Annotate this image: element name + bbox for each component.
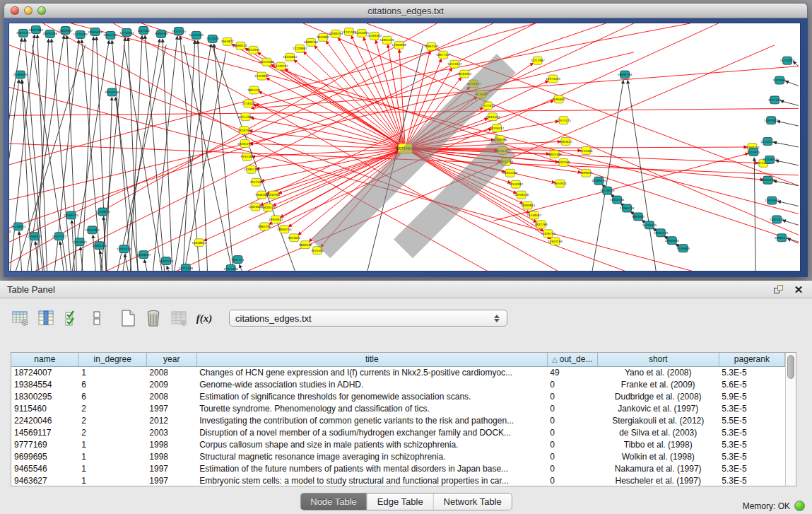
cell-in_degree: 6 <box>78 378 146 390</box>
table-row[interactable]: 911546021997Tourette syndrome. Phenomeno… <box>11 402 785 414</box>
tab-edge-table[interactable]: Edge Table <box>367 493 434 510</box>
cell-in_degree: 1 <box>78 474 146 486</box>
close-icon: ✕ <box>794 284 804 295</box>
cell-name: 9699695 <box>11 450 78 462</box>
cell-title: Tourette syndrome. Phenomenology and cla… <box>196 402 547 414</box>
cell-in_degree: 2 <box>78 402 146 414</box>
cell-pagerank: 5.3E-5 <box>719 402 784 414</box>
cell-year: 2012 <box>146 414 196 426</box>
collapse-panel-arrow-icon[interactable] <box>1 233 8 240</box>
column-header-name[interactable]: name <box>11 353 78 366</box>
cell-year: 1998 <box>146 450 196 462</box>
column-header-in_degree[interactable]: in_degree <box>78 353 146 366</box>
table-row[interactable]: 1830029562008Estimation of significance … <box>11 390 785 402</box>
cell-title: Estimation of significance thresholds fo… <box>196 390 547 402</box>
resize-grip[interactable] <box>8 22 799 269</box>
cell-in_degree: 2 <box>78 426 146 438</box>
table-row[interactable]: 1872400712008Changes of HCN gene express… <box>11 366 785 378</box>
new-column-button[interactable] <box>117 308 139 328</box>
cell-pagerank: 5.3E-5 <box>719 366 784 378</box>
cell-title: Structural magnetic resonance image aver… <box>196 450 547 462</box>
tab-node-table[interactable]: Node Table <box>300 493 367 510</box>
cell-out_degree: 0 <box>547 438 597 450</box>
cell-short: Jankovic et al. (1997) <box>597 402 719 414</box>
cell-name: 18300295 <box>11 390 78 402</box>
cell-name: 9463627 <box>11 474 78 486</box>
cell-pagerank: 5.5E-5 <box>719 414 784 426</box>
table-select-dropdown[interactable]: citations_edges.txt <box>229 310 507 327</box>
window-titlebar[interactable]: citations_edges.txt <box>4 3 808 18</box>
delete-table-button[interactable] <box>168 308 189 328</box>
column-header-year[interactable]: year <box>146 353 196 366</box>
column-header-short[interactable]: short <box>597 353 719 366</box>
cell-out_degree: 0 <box>547 474 597 486</box>
table-panel-title: Table Panel <box>7 284 55 295</box>
tab-network-table[interactable]: Network Table <box>434 493 512 510</box>
table-select-value: citations_edges.txt <box>235 313 494 324</box>
column-header-title[interactable]: title <box>196 353 547 366</box>
cell-out_degree: 0 <box>547 390 597 402</box>
node-table-container: namein_degreeyeartitle△out_de...shortpag… <box>11 352 796 486</box>
cell-name: 9465546 <box>11 462 78 474</box>
cell-short: Nakamura et al. (1997) <box>597 462 719 474</box>
memory-status-indicator[interactable] <box>794 501 805 511</box>
table-gear-icon <box>11 310 30 327</box>
dropdown-stepper-icon <box>494 312 500 325</box>
cell-title: Genome-wide association studies in ADHD. <box>196 378 547 390</box>
cell-short: Tibbo et al. (1998) <box>597 438 719 450</box>
deselect-all-button[interactable] <box>86 308 107 328</box>
cell-title: Embryonic stem cells: a model to study s… <box>196 474 547 486</box>
column-header-out_degree[interactable]: △out_de... <box>547 353 597 366</box>
table-scrollbar[interactable] <box>785 353 796 486</box>
cell-name: 9777169 <box>11 438 78 450</box>
select-all-button[interactable] <box>61 308 82 328</box>
node-table[interactable]: namein_degreeyeartitle△out_de...shortpag… <box>11 353 785 486</box>
cell-out_degree: 0 <box>547 414 597 426</box>
table-row[interactable]: 2242004622012Investigating the contribut… <box>11 414 785 426</box>
close-panel-button[interactable]: ✕ <box>792 284 805 295</box>
checkmarks-icon <box>64 310 79 327</box>
cell-name: 18724007 <box>11 366 78 378</box>
table-tab-bar: Node TableEdge TableNetwork Table <box>300 493 512 510</box>
cell-short: Yano et al. (2008) <box>597 366 719 378</box>
cell-short: Stergiakouli et al. (2012) <box>597 414 719 426</box>
cell-pagerank: 5.3E-5 <box>719 438 784 450</box>
empty-boxes-icon <box>92 310 102 327</box>
cell-pagerank: 5.9E-5 <box>719 390 784 402</box>
cell-out_degree: 49 <box>547 366 597 378</box>
float-panel-button[interactable] <box>772 284 785 295</box>
cell-out_degree: 0 <box>547 426 597 438</box>
cell-name: 9115460 <box>11 402 78 414</box>
table-row[interactable]: 969969511998Structural magnetic resonanc… <box>11 450 785 462</box>
table-row[interactable]: 977716911998Corpus callosum shape and si… <box>11 438 785 450</box>
cell-short: Dudbridge et al. (2008) <box>597 390 719 402</box>
table-mode-button[interactable] <box>10 308 31 328</box>
cell-name: 14569117 <box>11 426 78 438</box>
column-header-pagerank[interactable]: pagerank <box>719 353 784 366</box>
cell-year: 2008 <box>146 390 196 402</box>
cell-out_degree: 0 <box>547 378 597 390</box>
cell-in_degree: 1 <box>78 462 146 474</box>
cell-year: 2008 <box>146 366 196 378</box>
cell-year: 1997 <box>146 462 196 474</box>
show-columns-button[interactable] <box>35 308 57 328</box>
table-panel: Table Panel ✕ <box>0 281 812 514</box>
network-canvas[interactable]: 1905572420431985206914061883905715726304… <box>8 23 801 271</box>
table-row[interactable]: 1456911722003Disruption of a novel membe… <box>11 426 785 438</box>
cell-year: 1997 <box>146 474 196 486</box>
table-row[interactable]: 946554611997Estimation of the future num… <box>11 462 785 474</box>
delete-column-button[interactable] <box>143 308 164 328</box>
network-view-frame: 1905572420431985206914061883905715726304… <box>4 18 808 277</box>
cell-short: Wolkin et al. (1998) <box>597 450 719 462</box>
sort-ascending-icon: △ <box>552 356 558 363</box>
cell-name: 22420046 <box>11 414 78 426</box>
table-row[interactable]: 946362711997Embryonic stem cells: a mode… <box>11 474 785 486</box>
cell-pagerank: 5.3E-5 <box>719 474 784 486</box>
cell-title: Corpus callosum shape and size in male p… <box>196 438 547 450</box>
function-builder-button[interactable]: f(x) <box>194 308 215 328</box>
table-scrollbar-thumb[interactable] <box>787 355 794 379</box>
table-toolbar: f(x) citations_edges.txt <box>0 298 812 335</box>
cell-out_degree: 0 <box>547 402 597 414</box>
cell-year: 1998 <box>146 438 196 450</box>
table-row[interactable]: 1938455462009Genome-wide association stu… <box>11 378 785 390</box>
